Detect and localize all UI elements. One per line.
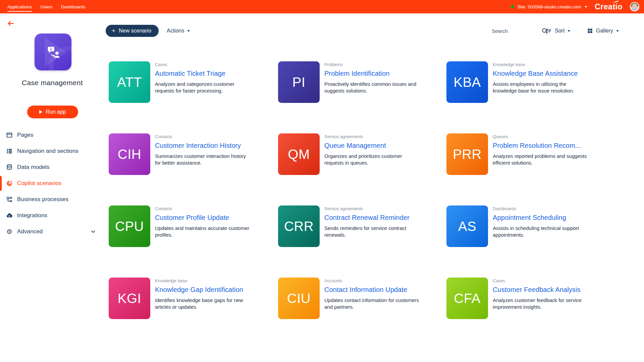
scenario-card-knowledge-base-assistance[interactable]: KBA Knowledge base Knowledge Base Assist… bbox=[446, 61, 616, 103]
scenario-description: Analyzes reported problems and suggests … bbox=[493, 153, 591, 166]
scenario-description: Summarizes customer interaction history … bbox=[155, 153, 253, 166]
chevron-down-icon bbox=[568, 30, 570, 32]
avatar[interactable] bbox=[630, 2, 639, 11]
scenario-card-problem-resolution-recommendation[interactable]: PRR Queues Problem Resolution Recom... A… bbox=[446, 133, 616, 175]
chevron-down-icon[interactable] bbox=[91, 229, 96, 234]
scenario-tile[interactable]: QM bbox=[278, 133, 320, 175]
scenario-card-customer-interaction-history[interactable]: CIH Contacts Customer Interaction Histor… bbox=[109, 133, 278, 175]
plus-icon: + bbox=[112, 27, 115, 34]
scenario-category: Service agreements bbox=[324, 206, 443, 212]
scenario-card-automatic-ticket-triage[interactable]: ATT Cases Automatic Ticket Triage Analyz… bbox=[109, 61, 278, 103]
scenario-tile[interactable]: KGI bbox=[109, 278, 150, 319]
site-label: Site: 503568-studio.creatio.com bbox=[517, 4, 581, 9]
run-app-button[interactable]: Run app bbox=[27, 106, 78, 118]
sidebar: Case management Run app Pages Navigation… bbox=[0, 13, 105, 362]
scenario-card-appointment-scheduling[interactable]: AS Dashboards Appointment Scheduling Ass… bbox=[446, 205, 616, 247]
creatio-logo: Creatio bbox=[595, 2, 623, 11]
scenario-card-queue-management[interactable]: QM Service agreements Queue Management O… bbox=[278, 133, 446, 175]
scenario-category: Contacts bbox=[155, 134, 274, 139]
sort-dropdown[interactable]: Sort bbox=[545, 25, 570, 37]
scenario-category: Contacts bbox=[155, 206, 274, 212]
scenario-title-link[interactable]: Problem Identification bbox=[324, 69, 443, 78]
new-scenario-button[interactable]: + New scenario bbox=[106, 25, 159, 37]
scenario-description: Assists employees in utilizing the knowl… bbox=[493, 81, 591, 94]
arrow-left-icon bbox=[7, 19, 15, 27]
scenario-title-link[interactable]: Problem Resolution Recom... bbox=[493, 141, 612, 150]
scenario-description: Assists in scheduling technical support … bbox=[493, 225, 591, 238]
scenario-description: Updates and maintains accurate customer … bbox=[155, 225, 253, 238]
scenario-title-link[interactable]: Contact Information Update bbox=[324, 286, 443, 294]
back-button[interactable] bbox=[6, 19, 15, 28]
scenario-toolbar: + New scenario Actions Sort Gallery bbox=[105, 20, 644, 42]
sidebar-item-pages[interactable]: Pages bbox=[0, 127, 105, 143]
site-status-dot bbox=[511, 5, 514, 8]
search-area bbox=[492, 25, 548, 37]
actions-dropdown[interactable]: Actions bbox=[167, 25, 190, 37]
scenario-card-contract-renewal-reminder[interactable]: CRR Service agreements Contract Renewal … bbox=[278, 205, 446, 247]
scenario-tile[interactable]: CRR bbox=[278, 205, 320, 247]
scenario-tile[interactable]: CIH bbox=[109, 133, 150, 175]
sidebar-item-data-models[interactable]: Data models bbox=[0, 159, 105, 175]
logo-arrow-icon bbox=[612, 0, 621, 3]
scenario-category: Accounts bbox=[324, 278, 443, 284]
scenario-tile[interactable]: AS bbox=[446, 205, 488, 247]
chevron-down-icon bbox=[187, 30, 190, 32]
scenario-card-contact-information-update[interactable]: CIU Accounts Contact Information Update … bbox=[278, 278, 446, 319]
scenario-description: Organizes and prioritizes customer reque… bbox=[324, 153, 422, 166]
sidebar-item-label: Navigation and sections bbox=[17, 148, 78, 155]
sidebar-item-label: Data models bbox=[17, 164, 50, 171]
scenario-category: Dashboards bbox=[493, 206, 612, 212]
sidebar-item-integrations[interactable]: Integrations bbox=[0, 207, 105, 224]
scenario-tile[interactable]: CFA bbox=[446, 278, 488, 319]
scenario-title-link[interactable]: Customer Profile Update bbox=[155, 214, 274, 222]
nav-item-dashboards[interactable]: Dashboards bbox=[61, 0, 86, 13]
sidebar-item-business-processes[interactable]: Business processes bbox=[0, 191, 105, 207]
scenario-description: Identifies knowledge base gaps for new a… bbox=[155, 297, 253, 310]
scenario-card-problem-identification[interactable]: PI Problems Problem Identification Proac… bbox=[278, 61, 446, 103]
scenario-tile[interactable]: KBA bbox=[446, 61, 488, 103]
scenario-category: Cases bbox=[155, 62, 274, 67]
scenario-title-link[interactable]: Appointment Scheduling bbox=[493, 214, 612, 222]
scenario-tile[interactable]: ATT bbox=[109, 61, 150, 103]
nav-item-users[interactable]: Users bbox=[41, 0, 52, 13]
scenario-description: Updates contact information for customer… bbox=[324, 297, 422, 310]
scenario-card-customer-profile-update[interactable]: CPU Contacts Customer Profile Update Upd… bbox=[109, 205, 278, 247]
sidebar-item-copilot-scenarios[interactable]: Copilot scenarios bbox=[0, 175, 105, 191]
chevron-down-icon bbox=[585, 6, 587, 8]
navigation-icon bbox=[6, 148, 13, 155]
sidebar-item-label: Advanced bbox=[17, 228, 43, 235]
sidebar-item-label: Pages bbox=[17, 132, 34, 138]
scenario-title-link[interactable]: Knowledge Gap Identification bbox=[155, 286, 274, 294]
pages-icon bbox=[6, 132, 13, 138]
scenario-title-link[interactable]: Contract Renewal Reminder bbox=[324, 214, 443, 222]
scenario-title-link[interactable]: Knowledge Base Assistance bbox=[493, 69, 612, 78]
sidebar-menu: Pages Navigation and sections Data m bbox=[0, 127, 105, 240]
scenario-tile[interactable]: CIU bbox=[278, 278, 320, 319]
data-models-icon bbox=[6, 164, 13, 171]
scenario-card-knowledge-gap-identification[interactable]: KGI Knowledge base Knowledge Gap Identif… bbox=[109, 278, 278, 319]
sidebar-item-advanced[interactable]: ⚙ Advanced bbox=[0, 224, 105, 240]
scenario-title-link[interactable]: Queue Management bbox=[324, 141, 443, 150]
scenario-title-link[interactable]: Automatic Ticket Triage bbox=[155, 69, 274, 78]
sidebar-item-navigation-and-sections[interactable]: Navigation and sections bbox=[0, 143, 105, 159]
scenario-tile[interactable]: PI bbox=[278, 61, 320, 103]
gallery-view-dropdown[interactable]: Gallery bbox=[587, 25, 619, 37]
scenario-tile[interactable]: CPU bbox=[109, 205, 150, 247]
site-selector[interactable]: Site: 503568-studio.creatio.com bbox=[511, 4, 587, 9]
scenario-tile[interactable]: PRR bbox=[446, 133, 488, 175]
sidebar-item-label: Integrations bbox=[17, 212, 47, 219]
scenario-card-customer-feedback-analysis[interactable]: CFA Cases Customer Feedback Analysis Ana… bbox=[446, 278, 616, 319]
scenario-description: Analyzes customer feedback for service i… bbox=[493, 297, 591, 310]
search-input[interactable] bbox=[492, 28, 528, 34]
chevron-down-icon bbox=[616, 30, 619, 32]
scenario-grid: ATT Cases Automatic Ticket Triage Analyz… bbox=[109, 61, 616, 319]
app-icon bbox=[35, 34, 71, 70]
scenario-category: Service agreements bbox=[324, 134, 443, 139]
sidebar-item-label: Business processes bbox=[17, 196, 68, 203]
integrations-icon bbox=[6, 212, 13, 219]
scenario-title-link[interactable]: Customer Feedback Analysis bbox=[493, 286, 612, 294]
scenario-category: Queues bbox=[493, 134, 612, 139]
scenario-title-link[interactable]: Customer Interaction History bbox=[155, 141, 274, 150]
nav-item-applications[interactable]: Applications bbox=[7, 0, 32, 13]
scenario-description: Proactively identifies common issues and… bbox=[324, 81, 422, 94]
